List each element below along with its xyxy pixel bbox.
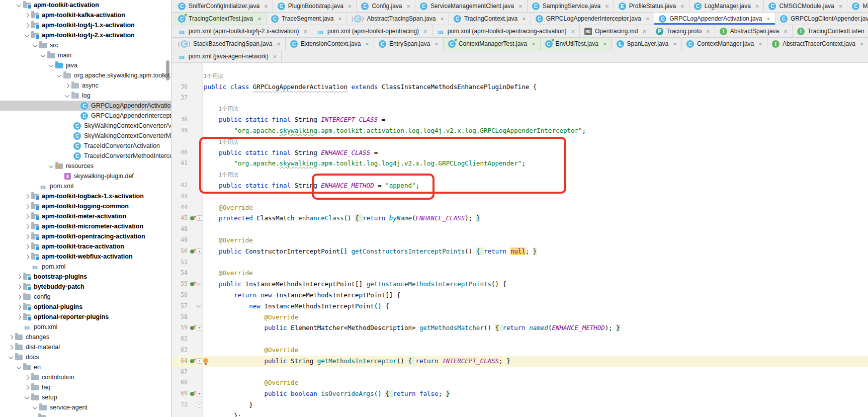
tab-meterse[interactable]: CMeterSe: [847, 0, 868, 12]
tab-pom-xml-java-agent-network-[interactable]: mpom.xml (java-agent-network)×: [173, 50, 282, 62]
code-line-44[interactable]: 44 @Override: [171, 202, 868, 213]
tab-grpclogappenderinterceptor-java[interactable]: CGRPCLogAppenderInterceptor.java×: [531, 13, 654, 25]
chevron-down-icon[interactable]: [30, 403, 39, 412]
tree-item-grpclogappenderactivation[interactable]: CGRPCLogAppenderActivation: [0, 101, 171, 111]
chevron-right-icon[interactable]: [22, 252, 31, 261]
code-line-68[interactable]: 68 @Override: [171, 377, 868, 388]
tree-item-pom-xml[interactable]: mpom.xml: [0, 322, 171, 332]
tab-envutiltest-java[interactable]: CEnvUtilTest.java×: [541, 38, 612, 50]
close-icon[interactable]: ×: [766, 15, 770, 23]
tab-pluginbootstrap-java[interactable]: CPluginBootstrap.java×: [273, 0, 357, 12]
intention-bulb-icon[interactable]: [203, 358, 208, 363]
close-icon[interactable]: ×: [642, 28, 646, 35]
tab-abstractspan-java[interactable]: IAbstractSpan.java×: [715, 25, 793, 37]
code-line-39[interactable]: 39 "org.apache.skywalking.apm.toolkit.ac…: [171, 125, 868, 136]
chevron-down-icon[interactable]: [46, 161, 55, 171]
close-icon[interactable]: ×: [440, 15, 444, 23]
tree-item-traceidconvertermethodintercep[interactable]: CTraceIdConverterMethodIntercep: [0, 151, 171, 161]
tab-contextmanager-java[interactable]: CContextManager.java×: [682, 38, 767, 50]
tab-stackbasedtracingspan-java[interactable]: (C)StackBasedTracingSpan.java×: [173, 38, 286, 50]
close-icon[interactable]: ×: [755, 3, 759, 10]
chevron-right-icon[interactable]: [22, 202, 31, 211]
tab-samplingservice-java[interactable]: CSamplingService.java×: [528, 0, 614, 12]
chevron-right-icon[interactable]: [14, 282, 23, 291]
close-icon[interactable]: ×: [407, 3, 411, 10]
chevron-down-icon[interactable]: [30, 41, 39, 50]
tree-item-contribution[interactable]: contribution: [0, 372, 171, 382]
close-icon[interactable]: ×: [435, 40, 439, 48]
tree-item-apm-toolkit-meter-activation[interactable]: apm-toolkit-meter-activation: [0, 211, 171, 221]
tab-logmanager-java[interactable]: CLogManager.java×: [689, 0, 764, 12]
tree-item-apm-toolkit-webflux-activation[interactable]: apm-toolkit-webflux-activation: [0, 252, 171, 262]
tab-tracingcontextlisten[interactable]: ITracingContextListen: [793, 25, 868, 37]
chevron-right-icon[interactable]: [22, 21, 31, 30]
close-icon[interactable]: ×: [532, 40, 536, 48]
close-icon[interactable]: ×: [423, 28, 427, 35]
fold-end-icon[interactable]: −: [197, 402, 202, 407]
chevron-down-icon[interactable]: [46, 61, 55, 70]
chevron-right-icon[interactable]: [14, 272, 23, 281]
tree-item-apm-toolkit-micrometer-activation[interactable]: apm-toolkit-micrometer-activation: [0, 221, 171, 231]
code-line-58[interactable]: 58 @Override: [171, 312, 868, 323]
close-icon[interactable]: ×: [365, 40, 369, 48]
tree-item-optional-reporter-plugins[interactable]: optional-reporter-plugins: [0, 312, 171, 322]
code-line-57[interactable]: 57 new InstanceMethodsInterceptPoint() {: [171, 301, 868, 312]
tree-item-async[interactable]: async: [0, 80, 171, 91]
tab-spanlayer-java[interactable]: ESpanLayer.java×: [612, 38, 682, 50]
tree-item-en[interactable]: en: [0, 362, 171, 372]
tab-tracing-proto[interactable]: PTracing.proto×: [651, 25, 715, 37]
code-line-56[interactable]: 56 return new InstanceMethodsInterceptPo…: [171, 290, 868, 301]
tab-pom-xml-apm-toolkit-log4j-2-x-activation-[interactable]: mpom.xml (apm-toolkit-log4j-2.x-activati…: [173, 25, 312, 37]
chevron-down-icon[interactable]: [14, 363, 23, 372]
fold-expand-icon[interactable]: +: [197, 215, 202, 221]
tree-item-main[interactable]: main: [0, 50, 171, 60]
fold-expand-icon[interactable]: +: [197, 248, 202, 254]
tree-item-dist-material[interactable]: dist-material: [0, 342, 171, 352]
chevron-right-icon[interactable]: [22, 222, 31, 231]
tree-item-pom-xml[interactable]: mpom.xml: [0, 262, 171, 272]
tree-item-optional-plugins[interactable]: optional-plugins: [0, 302, 171, 312]
code-line-38[interactable]: 38 public static final String INTERCEPT_…: [171, 114, 868, 125]
close-icon[interactable]: ×: [273, 53, 277, 60]
close-icon[interactable]: ×: [673, 40, 677, 48]
close-icon[interactable]: ×: [257, 15, 262, 23]
close-icon[interactable]: ×: [522, 15, 526, 23]
chevron-down-icon[interactable]: [6, 353, 15, 362]
tab-contextmanagertest-java[interactable]: CContextManagerTest.java×: [444, 38, 541, 50]
chevron-right-icon[interactable]: [14, 312, 23, 321]
chevron-down-icon[interactable]: [38, 51, 47, 60]
tree-item-docs[interactable]: docs: [0, 352, 171, 362]
tab-abstracttracingspan-java[interactable]: (C)AbstractTracingSpan.java×: [347, 13, 449, 25]
code-line-partial[interactable]: };: [171, 410, 868, 417]
close-icon[interactable]: ×: [758, 40, 762, 48]
tree-item-apm-toolkit-opentracing-activation[interactable]: apm-toolkit-opentracing-activation: [0, 231, 171, 241]
code-line-62[interactable]: 62: [171, 333, 868, 345]
tree-item-apm-toolkit-logging-common[interactable]: apm-toolkit-logging-common: [0, 201, 171, 211]
tab-pom-xml-apm-toolkit-opentracing-activation-[interactable]: mpom.xml (apm-toolkit-opentracing-activa…: [432, 25, 580, 37]
tab-pom-xml-apm-toolkit-opentracing-[interactable]: mpom.xml (apm-toolkit-opentracing)×: [312, 25, 432, 37]
code-line-50[interactable]: 50↑+ public ConstructorInterceptPoint[] …: [171, 246, 868, 257]
chevron-down-icon[interactable]: [14, 1, 23, 10]
chevron-right-icon[interactable]: [14, 292, 23, 301]
code-line-53[interactable]: 53: [171, 257, 868, 268]
close-icon[interactable]: ×: [603, 40, 607, 48]
chevron-down-icon[interactable]: [22, 31, 31, 40]
close-icon[interactable]: ×: [706, 28, 710, 35]
tree-scrollbar-thumb[interactable]: [166, 60, 169, 80]
tab-entryspan-java[interactable]: CEntrySpan.java×: [374, 38, 444, 50]
tree-item-java[interactable]: java: [0, 60, 171, 70]
close-icon[interactable]: ×: [518, 3, 523, 10]
tree-item-pom-xml[interactable]: mpom.xml: [0, 181, 171, 191]
close-icon[interactable]: ×: [605, 3, 609, 10]
tree-item-skywalking-plugin-def[interactable]: ≡skywalking-plugin.def: [0, 171, 171, 181]
tree-item-apm-toolkit-trace-activation[interactable]: apm-toolkit-trace-activation: [0, 241, 171, 252]
fold-expand-icon[interactable]: +: [197, 391, 202, 396]
tree-item-bytebuddy-patch[interactable]: bytebuddy-patch: [0, 282, 171, 292]
tree-item-apm-toolkit-kafka-activation[interactable]: apm-toolkit-kafka-activation: [0, 10, 171, 20]
chevron-down-icon[interactable]: [62, 91, 71, 100]
tree-item-src[interactable]: src: [0, 40, 171, 50]
chevron-right-icon[interactable]: [22, 232, 31, 241]
chevron-right-icon[interactable]: [6, 332, 15, 342]
code-line-36[interactable]: 36public class GRPCLogAppenderActivation…: [171, 81, 868, 93]
close-icon[interactable]: ×: [646, 15, 650, 23]
